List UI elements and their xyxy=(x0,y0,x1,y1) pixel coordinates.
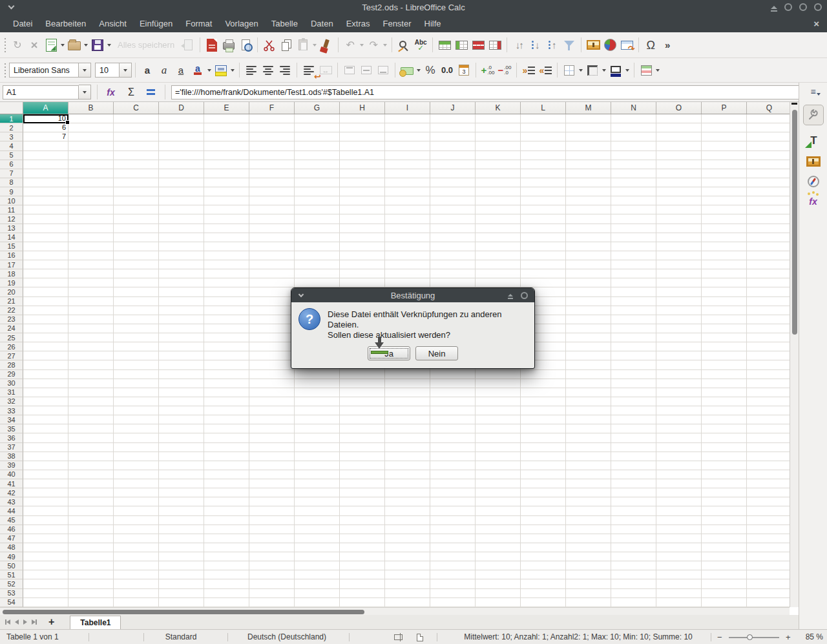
cell-Q27[interactable] xyxy=(747,351,790,360)
cell-Q2[interactable] xyxy=(747,123,790,132)
row-header-49[interactable]: 49 xyxy=(0,552,23,561)
cell-Q15[interactable] xyxy=(747,242,790,251)
row-header-44[interactable]: 44 xyxy=(0,506,23,515)
cell-K48[interactable] xyxy=(476,543,521,552)
cell-B1[interactable] xyxy=(68,114,114,123)
cell-C40[interactable] xyxy=(114,470,159,479)
cell-D9[interactable] xyxy=(159,187,204,196)
cell-F12[interactable] xyxy=(249,214,295,223)
cell-F40[interactable] xyxy=(249,470,295,479)
cell-A50[interactable] xyxy=(23,561,68,570)
close-document-icon[interactable]: × xyxy=(26,36,43,54)
sort-ascending-button[interactable]: ↑ xyxy=(544,36,561,54)
cell-N38[interactable] xyxy=(611,452,656,461)
cell-L9[interactable] xyxy=(521,187,566,196)
cell-J11[interactable] xyxy=(430,205,476,214)
cell-B4[interactable] xyxy=(68,141,114,151)
column-header-N[interactable]: N xyxy=(611,102,656,114)
insert-image-button[interactable] xyxy=(585,36,602,54)
cell-K5[interactable] xyxy=(476,151,521,160)
cell-M37[interactable] xyxy=(566,443,611,452)
cell-K46[interactable] xyxy=(476,525,521,534)
cell-L32[interactable] xyxy=(521,397,566,406)
cell-N4[interactable] xyxy=(611,141,656,151)
cell-F6[interactable] xyxy=(249,160,295,169)
undo-dropdown[interactable] xyxy=(360,44,364,47)
cell-J40[interactable] xyxy=(430,470,476,479)
cell-N9[interactable] xyxy=(611,187,656,196)
cell-N5[interactable] xyxy=(611,151,656,160)
reload-icon[interactable]: ↻ xyxy=(9,36,26,54)
cell-K49[interactable] xyxy=(476,552,521,561)
cell-O52[interactable] xyxy=(656,579,702,588)
cell-H39[interactable] xyxy=(340,461,385,470)
cell-G5[interactable] xyxy=(295,151,340,160)
find-replace-button[interactable] xyxy=(395,36,412,54)
column-header-M[interactable]: M xyxy=(566,102,611,114)
cell-D27[interactable] xyxy=(159,351,204,360)
cell-P45[interactable] xyxy=(702,516,747,525)
cell-F45[interactable] xyxy=(249,516,295,525)
cell-N14[interactable] xyxy=(611,233,656,242)
row-header-23[interactable]: 23 xyxy=(0,315,23,324)
cell-L10[interactable] xyxy=(521,196,566,205)
cell-I8[interactable] xyxy=(385,178,430,187)
cell-E37[interactable] xyxy=(204,443,249,452)
cell-E48[interactable] xyxy=(204,543,249,552)
cell-C3[interactable] xyxy=(114,132,159,141)
cell-G10[interactable] xyxy=(295,196,340,205)
cell-Q50[interactable] xyxy=(747,561,790,570)
column-header-L[interactable]: L xyxy=(521,102,566,114)
cell-O54[interactable] xyxy=(656,598,702,607)
cell-D34[interactable] xyxy=(159,415,204,424)
cell-B34[interactable] xyxy=(68,415,114,424)
cell-G11[interactable] xyxy=(295,205,340,214)
cell-A15[interactable] xyxy=(23,242,68,251)
percent-format-button[interactable]: % xyxy=(422,61,439,79)
cell-E18[interactable] xyxy=(204,269,249,278)
cell-C54[interactable] xyxy=(114,598,159,607)
cell-B49[interactable] xyxy=(68,552,114,561)
cell-F21[interactable] xyxy=(249,297,295,306)
page-style[interactable]: Standard xyxy=(149,632,213,641)
menu-hilfe[interactable]: Hilfe xyxy=(418,19,448,28)
cell-I48[interactable] xyxy=(385,543,430,552)
cell-I3[interactable] xyxy=(385,132,430,141)
cell-M12[interactable] xyxy=(566,214,611,223)
cell-A26[interactable] xyxy=(23,342,68,351)
cell-O29[interactable] xyxy=(656,370,702,379)
font-color-button[interactable]: a xyxy=(189,61,206,79)
cell-A54[interactable] xyxy=(23,598,68,607)
cell-N10[interactable] xyxy=(611,196,656,205)
cell-E36[interactable] xyxy=(204,433,249,442)
cell-N17[interactable] xyxy=(611,260,656,269)
cell-M48[interactable] xyxy=(566,543,611,552)
cell-A25[interactable] xyxy=(23,333,68,342)
cell-M50[interactable] xyxy=(566,561,611,570)
cell-H34[interactable] xyxy=(340,415,385,424)
cell-C32[interactable] xyxy=(114,397,159,406)
row-header-34[interactable]: 34 xyxy=(0,415,23,424)
cell-C12[interactable] xyxy=(114,214,159,223)
cell-A31[interactable] xyxy=(23,388,68,397)
cell-D38[interactable] xyxy=(159,452,204,461)
cell-I51[interactable] xyxy=(385,570,430,579)
cell-N39[interactable] xyxy=(611,461,656,470)
spellcheck-button[interactable]: Abc✓ xyxy=(412,36,429,54)
cell-G9[interactable] xyxy=(295,187,340,196)
cell-J13[interactable] xyxy=(430,224,476,233)
cell-L30[interactable] xyxy=(521,379,566,388)
cell-D32[interactable] xyxy=(159,397,204,406)
cell-J54[interactable] xyxy=(430,598,476,607)
cell-H6[interactable] xyxy=(340,160,385,169)
cell-B7[interactable] xyxy=(68,169,114,178)
cell-N20[interactable] xyxy=(611,287,656,296)
cell-H37[interactable] xyxy=(340,443,385,452)
cell-G32[interactable] xyxy=(295,397,340,406)
cell-J42[interactable] xyxy=(430,488,476,497)
cell-G39[interactable] xyxy=(295,461,340,470)
cell-I30[interactable] xyxy=(385,379,430,388)
cell-J50[interactable] xyxy=(430,561,476,570)
cell-H19[interactable] xyxy=(340,278,385,287)
cell-F24[interactable] xyxy=(249,324,295,333)
